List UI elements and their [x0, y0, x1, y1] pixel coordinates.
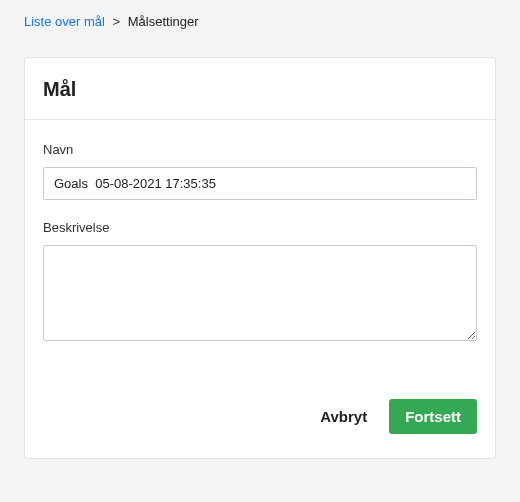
name-label: Navn: [43, 142, 477, 157]
description-label: Beskrivelse: [43, 220, 477, 235]
breadcrumb-separator: >: [113, 14, 121, 29]
continue-button[interactable]: Fortsett: [389, 399, 477, 434]
breadcrumb: Liste over mål > Målsettinger: [24, 12, 496, 29]
card-body: Navn Beskrivelse: [25, 120, 495, 375]
form-group-name: Navn: [43, 142, 477, 200]
breadcrumb-current: Målsettinger: [128, 14, 199, 29]
card-title: Mål: [43, 78, 477, 101]
cancel-button[interactable]: Avbryt: [316, 400, 371, 433]
goal-settings-card: Mål Navn Beskrivelse Avbryt Fortsett: [24, 57, 496, 459]
name-input[interactable]: [43, 167, 477, 200]
card-header: Mål: [25, 58, 495, 120]
description-textarea[interactable]: [43, 245, 477, 341]
form-group-description: Beskrivelse: [43, 220, 477, 345]
card-footer: Avbryt Fortsett: [25, 375, 495, 458]
breadcrumb-link-goal-list[interactable]: Liste over mål: [24, 14, 105, 29]
